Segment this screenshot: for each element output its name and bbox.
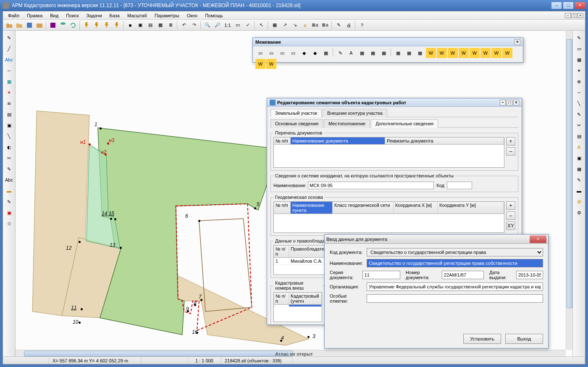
refresh-icon[interactable] [68,21,78,30]
mezh-icon-8[interactable]: ✎ [335,48,345,58]
menu-view[interactable]: Вид [47,12,62,19]
table-row[interactable] [274,305,322,307]
geo-add-button[interactable]: + [506,201,515,210]
tab-land[interactable]: Земельный участок [270,109,322,117]
docdlg-date-input[interactable] [516,271,543,279]
layers-icon[interactable]: ▣ [4,208,14,217]
r-tool17-icon[interactable]: ⚙ [574,208,584,217]
r-tool2-icon[interactable]: ▭ [574,44,584,53]
zoom11-icon[interactable]: 1:1 [223,21,232,30]
own-col-0[interactable]: № п/п [274,246,289,257]
mezh-icon-6[interactable]: ◆ [310,48,320,58]
r-tool13-icon[interactable]: ▦ [574,164,584,174]
docs-del-button[interactable]: – [506,147,515,156]
docs-col-req[interactable]: Реквизиты документа [385,137,504,144]
menu-params[interactable]: Параметры [151,12,183,19]
menu-help[interactable]: Помощь [202,12,226,19]
cad-col-0[interactable]: № п/п [274,293,289,304]
flash2-icon[interactable] [92,21,101,30]
coordsys-code-input[interactable] [447,182,472,189]
mezh-icon-2[interactable]: ▭ [266,48,276,58]
r-tool8-icon[interactable]: ✎ [574,110,584,119]
table-icon[interactable]: ▦ [270,21,279,30]
mezh-icon-20[interactable]: W [470,48,480,58]
zoomout-icon[interactable]: 🔎 [213,21,222,30]
scissors-icon[interactable]: ✂ [4,153,14,163]
mezh-icon-11[interactable]: ▦ [368,48,378,58]
menu-scale[interactable]: Масштаб [124,12,150,19]
left-tool8-icon[interactable]: ▤ [4,110,14,119]
subtab-extra[interactable]: Дополнительные сведения [371,119,438,128]
docdlg-series-input[interactable] [362,271,400,279]
r-tool1-icon[interactable]: ✎ [574,33,584,42]
mezh-icon-10[interactable]: ▦ [357,48,367,58]
tool6-icon[interactable]: ▣ [136,21,145,30]
left-tool11-icon[interactable]: ◐ [4,143,14,152]
r-tool3-icon[interactable]: ▦ [574,55,584,64]
subtab-location[interactable]: Местоположение [324,119,370,128]
undo-icon[interactable]: ↶ [179,21,189,30]
docdlg-ok-button[interactable]: Установить [463,334,501,344]
geo-col-2[interactable]: Класс геодезической сети [333,202,394,214]
cad-col-1[interactable]: Кадастровый (учетн [289,293,322,304]
mezh-icon-22[interactable]: W [491,48,501,58]
geo-col-3[interactable]: Координата X [м] [394,202,438,214]
menu-file[interactable]: Файл [5,12,23,19]
brush-icon[interactable]: ✎ [334,21,343,30]
mezh-icon-1[interactable]: ▭ [255,48,265,58]
r-tool12-icon[interactable]: ▣ [574,153,584,163]
text-a-icon[interactable]: a [300,21,310,30]
left-tool13-icon[interactable]: ✎ [4,164,14,174]
mezh-icon-23[interactable]: W [502,48,512,58]
mezh-icon-12[interactable]: ▦ [379,48,389,58]
menu-window[interactable]: Окно [184,12,201,19]
sel2-icon[interactable]: ↘ [290,21,299,30]
docs-col-name[interactable]: Наименование документа [291,137,385,144]
docs-grid-body[interactable] [274,145,504,167]
gear-icon[interactable]: ⚙ [4,219,14,228]
mezh-icon-9[interactable]: A [346,48,356,58]
mezh-icon-25[interactable]: W [266,59,276,69]
mezh-icon-3[interactable]: ▭ [277,48,287,58]
close-button[interactable]: × [575,2,585,9]
tab-contours[interactable]: Внешние контура участка [323,109,387,117]
r-scissors-icon[interactable]: ✂ [574,121,584,130]
ruler-icon[interactable]: ▬ [4,186,14,195]
docdlg-num-input[interactable] [442,271,484,279]
pencil-icon[interactable]: ✎ [4,33,14,42]
check-icon[interactable]: ✓ [243,21,252,30]
save-icon[interactable] [25,21,34,30]
semedit-max-button[interactable]: □ [507,100,512,106]
sel-icon[interactable]: ↗ [280,21,289,30]
abc-icon[interactable]: Abc [4,55,14,64]
r-tool4-icon[interactable]: ✶ [574,66,584,75]
mdi-restore-button[interactable]: □ [571,13,577,18]
text-a3-icon[interactable]: ≣a [320,21,330,30]
menu-tasks[interactable]: Задачи [83,12,105,19]
docdlg-code-select[interactable]: Свидетельство о государственной регистра… [367,248,543,256]
r-tool7-icon[interactable]: ╲ [574,99,584,108]
open-icon[interactable] [5,21,14,30]
polyline-icon[interactable]: ╲ [4,132,14,141]
tool7-icon[interactable]: ▤ [146,21,155,30]
open2-icon[interactable] [15,21,24,30]
geo-col-0[interactable]: № п/п [274,202,291,214]
r-tool14-icon[interactable]: ✎ [574,175,584,185]
mdi-close-button[interactable]: × [578,13,583,18]
hatch-icon[interactable]: ▦ [4,77,14,86]
db-icon[interactable] [58,21,68,30]
mezh-icon-4[interactable]: ▭ [288,48,298,58]
left-tool7-icon[interactable]: ≋ [4,99,14,108]
mdi-min-button[interactable]: – [565,13,571,18]
folder3-icon[interactable] [35,21,44,30]
r-tool15-icon[interactable]: ▬ [574,186,584,195]
zoomin-icon[interactable]: 🔍 [203,21,212,30]
mezh-icon-7[interactable]: ▦ [321,48,331,58]
mezh-icon-19[interactable]: W [459,48,469,58]
docdlg-org-input[interactable] [367,283,543,291]
r-tool10-icon[interactable]: ▤ [574,132,584,141]
geo-del-button[interactable]: – [506,211,515,220]
text-a2-icon[interactable]: ≣a [310,21,320,30]
left-tool9-icon[interactable]: ▣ [4,121,14,130]
flash3-icon[interactable] [102,21,111,30]
